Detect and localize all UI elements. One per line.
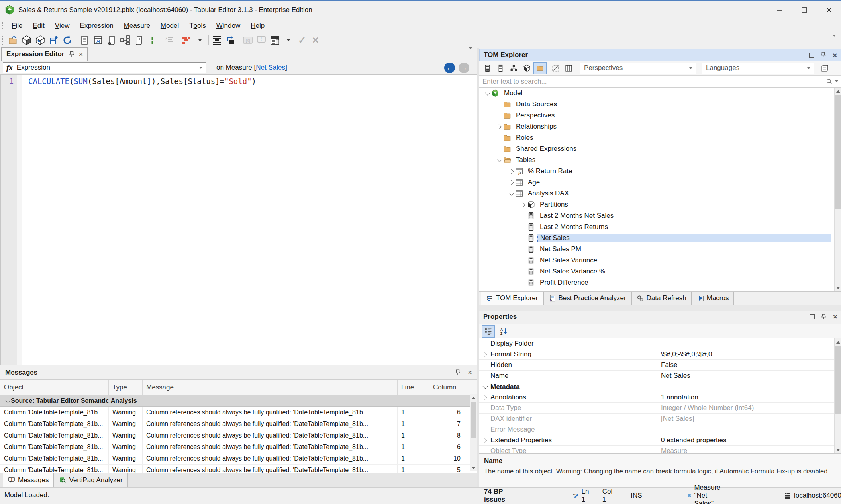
menu-measure[interactable]: Measure — [119, 20, 155, 31]
dax-code-editor[interactable]: 1 CALCULATE(SUM(Sales[Amount]),Sales[Sta… — [0, 75, 477, 365]
show-hidden-objects-icon[interactable] — [549, 62, 562, 74]
property-value[interactable] — [657, 338, 841, 349]
tree-item-tables[interactable]: Tables — [479, 154, 841, 166]
filter-partitions-icon[interactable] — [520, 62, 533, 74]
tab-data-refresh[interactable]: Data Refresh — [631, 292, 692, 305]
minimize-button[interactable] — [767, 1, 792, 19]
tab-tom-explorer[interactable]: TOM Explorer — [481, 292, 543, 305]
categorized-view-icon[interactable] — [482, 325, 495, 338]
move-object-button[interactable] — [224, 34, 237, 47]
new-document-button[interactable] — [78, 34, 91, 47]
save-button[interactable] — [47, 34, 61, 47]
properties-scrollbar[interactable] — [834, 338, 841, 453]
close-button[interactable] — [817, 1, 841, 19]
expand-chevron[interactable] — [479, 435, 490, 445]
pin-icon[interactable] — [821, 52, 826, 58]
bp-issues-badge[interactable]: 74 BP issues — [484, 488, 505, 504]
property-row-name[interactable]: NameNet Sales — [479, 371, 841, 381]
property-row-object-type[interactable]: Object TypeMeasure — [479, 446, 841, 453]
property-value[interactable]: 0 extended properties — [657, 435, 841, 445]
show-display-folders-icon[interactable] — [533, 62, 547, 74]
watermark-button[interactable]: [x] — [241, 34, 255, 47]
deploy-model-button[interactable] — [20, 34, 33, 47]
expand-chevron[interactable] — [495, 158, 502, 162]
import-model-button[interactable] — [33, 34, 47, 47]
tree-item-model[interactable]: Model — [479, 88, 841, 99]
filter-measures-icon[interactable] — [481, 62, 494, 74]
tree-item-net-sales-pm[interactable]: Net Sales PM — [479, 244, 841, 255]
comment-selection-button[interactable]: ? — [163, 34, 176, 47]
menu-tools[interactable]: Tools — [184, 20, 211, 31]
sort-alphabetical-icon[interactable]: AZ — [497, 325, 510, 338]
tree-item-data-sources[interactable]: Data Sources — [479, 99, 841, 110]
column-header-column[interactable]: Column — [429, 380, 464, 395]
search-icon[interactable] — [826, 78, 833, 85]
column-header-line[interactable]: Line — [398, 380, 429, 395]
tree-item-profit-difference[interactable]: Profit Difference — [479, 277, 841, 288]
tree-item-analysis-dax[interactable]: Analysis DAX — [479, 188, 841, 199]
property-row-hidden[interactable]: HiddenFalse — [479, 360, 841, 371]
property-value[interactable]: False — [657, 360, 841, 370]
navigate-forward-button[interactable]: → — [459, 63, 469, 73]
scrollbar-thumb[interactable] — [835, 346, 841, 414]
panel-menu-chevron[interactable] — [469, 49, 472, 57]
diagram-button[interactable] — [118, 34, 132, 47]
tree-item-relationships[interactable]: Relationships — [479, 121, 841, 132]
scrollbar-thumb[interactable] — [835, 95, 841, 209]
tom-explorer-header[interactable]: TOM Explorer × — [479, 49, 841, 61]
menu-grip[interactable] — [2, 21, 4, 30]
close-icon[interactable]: × — [833, 51, 837, 59]
tree-item-shared-expressions[interactable]: Shared Expressions — [479, 143, 841, 154]
tree-item-last-2-months-net-sales[interactable]: Last 2 Months Net Sales — [479, 210, 841, 221]
expand-chevron[interactable] — [479, 392, 490, 402]
property-row-display-folder[interactable]: Display Folder — [479, 338, 841, 349]
message-row[interactable]: Column 'DateTableTemplate_81b...WarningC… — [0, 441, 477, 453]
property-row-data-type[interactable]: Data TypeInteger / Whole Number (int64) — [479, 403, 841, 414]
tree-item-last-2-months-returns[interactable]: Last 2 Months Returns — [479, 221, 841, 232]
tab-vertipaq-analyzer[interactable]: VertiPaq Analyzer — [54, 473, 127, 487]
toolbar-grip[interactable] — [2, 36, 4, 45]
tree-item-net-sales[interactable]: Net Sales — [479, 232, 841, 244]
maximize-button[interactable] — [792, 1, 817, 19]
property-value[interactable]: Net Sales — [657, 371, 841, 381]
translations-window-icon[interactable] — [818, 62, 831, 74]
property-value[interactable]: \$#,0;-\$#,0;\$#,0 — [657, 349, 841, 359]
tree-item-roles[interactable]: Roles — [479, 132, 841, 143]
property-row-metadata[interactable]: Metadata — [479, 381, 841, 392]
menu-help[interactable]: Help — [245, 20, 270, 31]
scroll-down-arrow[interactable] — [470, 464, 477, 471]
message-row[interactable]: Column 'DateTableTemplate_81b...WarningC… — [0, 453, 477, 465]
category-chevron[interactable] — [479, 381, 490, 392]
languages-dropdown[interactable]: Languages — [702, 63, 814, 74]
expand-chevron[interactable] — [519, 203, 526, 207]
property-row-annotations[interactable]: Annotations1 annotation — [479, 392, 841, 403]
property-row-error-message[interactable]: Error Message — [479, 424, 841, 435]
menu-edit[interactable]: Edit — [27, 20, 49, 31]
expression-type-dropdown[interactable]: fx Expression — [3, 62, 206, 73]
code-line-1[interactable]: CALCULATE(SUM(Sales[Amount]),Sales[Statu… — [22, 75, 256, 365]
expand-chevron[interactable] — [507, 170, 514, 173]
message-row[interactable]: Column 'DateTableTemplate_81b...WarningC… — [0, 418, 477, 430]
tree-item-partitions[interactable]: Partitions — [479, 199, 841, 210]
menu-expression[interactable]: Expression — [75, 20, 119, 31]
message-row[interactable]: Column 'DateTableTemplate_81b...WarningC… — [0, 407, 477, 418]
expand-chevron[interactable] — [507, 192, 514, 195]
pin-icon[interactable] — [821, 314, 827, 320]
pivot-grid-button[interactable] — [180, 34, 193, 47]
menu-window[interactable]: Window — [211, 20, 245, 31]
search-options-chevron[interactable] — [835, 80, 838, 82]
apply-button[interactable]: ✓ — [295, 34, 309, 47]
tree-item-net-sales-variance[interactable]: Net Sales Variance — [479, 255, 841, 266]
scroll-up-arrow[interactable] — [835, 338, 841, 346]
tab-messages[interactable]: !Messages — [3, 473, 54, 487]
discard-button[interactable]: × — [309, 34, 322, 47]
dax-script-button[interactable] — [132, 34, 145, 47]
tree-item--return-rate[interactable]: fx% Return Rate — [479, 166, 841, 177]
show-columns-icon[interactable] — [562, 62, 575, 74]
pivot-grid-dropdown[interactable] — [193, 34, 207, 47]
expand-chevron[interactable] — [507, 181, 514, 184]
messages-column-header[interactable]: ObjectTypeMessageLineColumn — [0, 379, 477, 395]
column-header-type[interactable]: Type — [109, 380, 143, 395]
expand-chevron[interactable] — [495, 125, 502, 129]
tree-item-perspectives[interactable]: Perspectives — [479, 110, 841, 121]
